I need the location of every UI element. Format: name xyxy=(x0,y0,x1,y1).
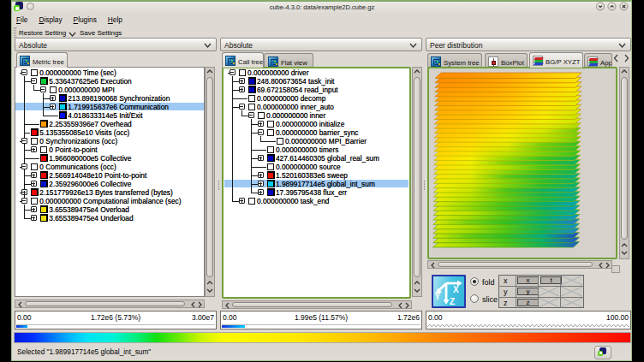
svg-text:X: X xyxy=(453,285,459,294)
svg-text:Z: Z xyxy=(450,297,455,306)
svg-text:Y: Y xyxy=(435,292,441,301)
